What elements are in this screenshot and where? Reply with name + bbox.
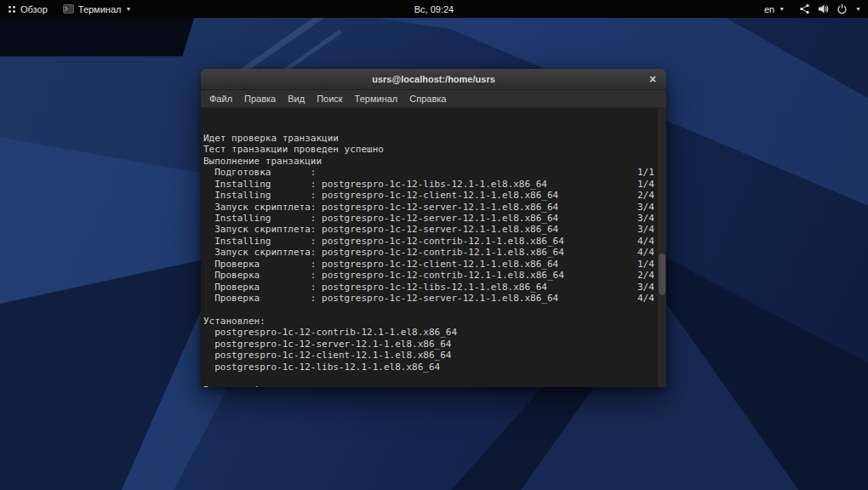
keyboard-layout-label: en xyxy=(764,4,774,14)
terminal-line: Запуск скриптлета: postgrespro-1c-12-ser… xyxy=(203,224,656,235)
terminal-line xyxy=(203,304,656,315)
window-menubar: ФайлПравкаВидПоискТерминалСправка xyxy=(201,90,666,108)
chevron-down-icon: ▼ xyxy=(855,6,861,12)
terminal-line: Installing : postgrespro-1c-12-libs-12.1… xyxy=(203,179,656,190)
menu-item-6[interactable]: Справка xyxy=(403,92,452,105)
terminal-app-icon xyxy=(63,4,74,14)
terminal-line: postgrespro-1c-12-server-12.1-1.el8.x86_… xyxy=(203,339,656,350)
activities-button[interactable]: Обзор xyxy=(0,0,55,18)
terminal-line: Выполнение транзакции xyxy=(203,156,656,167)
window-title: usrs@localhost:/home/usrs xyxy=(372,74,495,84)
terminal-line: Installing : postgrespro-1c-12-server-12… xyxy=(203,213,656,224)
terminal-line: Проверка : postgrespro-1c-12-contrib-12.… xyxy=(203,270,656,281)
scrollbar-thumb[interactable] xyxy=(659,254,665,295)
menu-item-4[interactable]: Поиск xyxy=(311,92,348,105)
terminal-line: Installing : postgrespro-1c-12-contrib-1… xyxy=(203,236,656,247)
terminal-output: Идет проверка транзакцииТест транзакции … xyxy=(203,110,656,387)
terminal-screen[interactable]: Идет проверка транзакцииТест транзакции … xyxy=(201,108,666,387)
menu-item-3[interactable]: Вид xyxy=(282,92,311,105)
terminal-line: postgrespro-1c-12-client-12.1-1.el8.x86_… xyxy=(203,350,656,361)
system-status-button[interactable]: ▼ xyxy=(792,0,868,18)
menu-item-1[interactable]: Файл xyxy=(203,92,238,105)
keyboard-layout-button[interactable]: en ▼ xyxy=(757,0,792,18)
app-menu-label: Терминал xyxy=(78,4,122,14)
app-menu-button[interactable]: Терминал ▼ xyxy=(55,0,140,18)
power-icon xyxy=(837,3,848,14)
terminal-line xyxy=(203,373,656,384)
activities-label: Обзор xyxy=(20,4,48,14)
close-button[interactable]: × xyxy=(647,73,659,85)
top-bar: Обзор Терминал ▼ Вс, 09:24 en ▼ xyxy=(0,0,868,18)
terminal-line: Идет проверка транзакции xyxy=(203,133,656,144)
terminal-line: Тест транзакции проведен успешно xyxy=(203,144,656,155)
volume-icon xyxy=(818,3,829,14)
clock-button[interactable]: Вс, 09:24 xyxy=(407,0,461,18)
clock-label: Вс, 09:24 xyxy=(414,4,454,14)
terminal-line: postgrespro-1c-12-contrib-12.1-1.el8.x86… xyxy=(203,327,656,338)
terminal-line: Выполнено! xyxy=(203,385,656,387)
network-icon xyxy=(799,3,810,14)
chevron-down-icon: ▼ xyxy=(125,6,131,12)
menu-item-2[interactable]: Правка xyxy=(238,92,282,105)
terminal-line: Installing : postgrespro-1c-12-client-12… xyxy=(203,190,656,201)
terminal-line: Установлен: xyxy=(203,316,656,327)
chevron-down-icon: ▼ xyxy=(779,6,785,12)
terminal-line: Проверка : postgrespro-1c-12-server-12.1… xyxy=(203,293,656,304)
terminal-line: Проверка : postgrespro-1c-12-client-12.1… xyxy=(203,259,656,270)
terminal-line: Запуск скриптлета: postgrespro-1c-12-con… xyxy=(203,247,656,258)
terminal-line: Проверка : postgrespro-1c-12-libs-12.1-1… xyxy=(203,282,656,293)
scrollbar[interactable] xyxy=(658,108,666,387)
window-titlebar[interactable]: usrs@localhost:/home/usrs × xyxy=(201,69,666,90)
menu-item-5[interactable]: Терминал xyxy=(349,92,404,105)
activities-icon xyxy=(8,5,16,14)
terminal-line: postgrespro-1c-12-libs-12.1-1.el8.x86_64 xyxy=(203,362,656,373)
terminal-window: usrs@localhost:/home/usrs × ФайлПравкаВи… xyxy=(201,69,666,387)
terminal-line: Запуск скриптлета: postgrespro-1c-12-ser… xyxy=(203,202,656,213)
terminal-line: Подготовка : 1/1 xyxy=(203,167,656,178)
terminal-lines: Идет проверка транзакцииТест транзакции … xyxy=(203,133,656,387)
